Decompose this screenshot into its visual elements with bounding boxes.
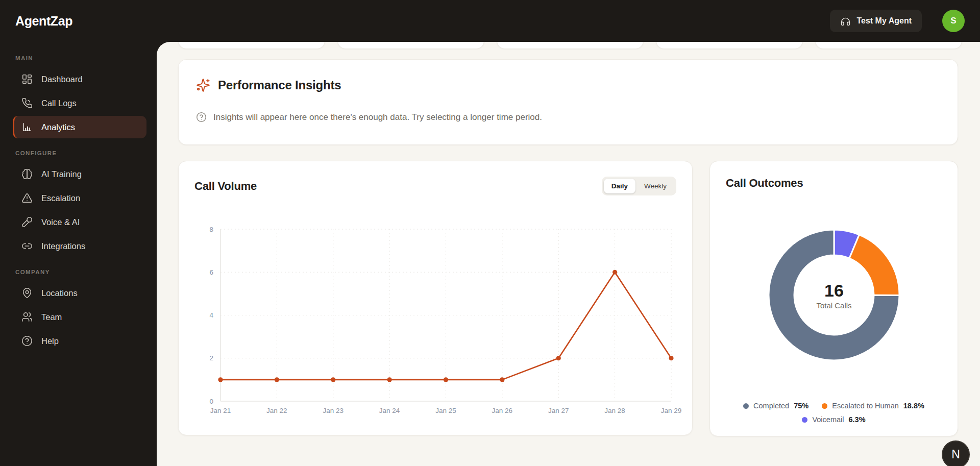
svg-text:0: 0: [209, 398, 213, 405]
sidebar-item-label: AI Training: [41, 169, 82, 179]
sidebar-item-label: Help: [41, 336, 59, 346]
sidebar-item-integrations[interactable]: Integrations: [13, 235, 146, 257]
volume-period-toggle: DailyWeekly: [602, 177, 676, 195]
insights-title: Performance Insights: [218, 78, 341, 92]
svg-text:4: 4: [209, 311, 213, 319]
legend-dot: [743, 403, 749, 409]
main-content: Performance Insights Insights will appea…: [157, 42, 980, 466]
legend-dot: [802, 417, 807, 423]
sidebar-item-label: Dashboard: [41, 75, 83, 84]
legend-label: Escalated to Human: [832, 402, 899, 410]
sidebar-section-label: COMPANY: [0, 259, 157, 280]
sidebar-item-label: Locations: [41, 288, 78, 298]
call-outcomes-legend: Completed75%Escalated to Human18.8%Voice…: [722, 402, 945, 424]
cutoff-stat-card: [656, 42, 803, 49]
insights-message: Insights will appear here once there's e…: [213, 112, 542, 122]
svg-text:Jan 27: Jan 27: [548, 407, 569, 414]
sidebar-item-ai-training[interactable]: AI Training: [13, 163, 146, 185]
sidebar-item-voice-ai[interactable]: Voice & AI: [13, 211, 146, 233]
legend-dot: [822, 403, 827, 409]
cutoff-stat-card: [178, 42, 325, 49]
svg-text:2: 2: [209, 354, 213, 362]
sidebar: MAINDashboardCall LogsAnalyticsCONFIGURE…: [0, 42, 157, 466]
svg-text:Jan 22: Jan 22: [266, 407, 287, 414]
topbar-actions: Test My Agent S: [830, 10, 965, 32]
floating-n-badge[interactable]: N: [942, 440, 970, 466]
toggle-weekly[interactable]: Weekly: [636, 179, 674, 193]
avatar-initial: S: [950, 16, 956, 26]
sidebar-item-escalation[interactable]: Escalation: [13, 187, 146, 209]
call-outcomes-title: Call Outcomes: [726, 177, 803, 190]
call-volume-title: Call Volume: [194, 180, 257, 193]
cutoff-stat-card: [497, 42, 644, 49]
sidebar-item-locations[interactable]: Locations: [13, 282, 146, 304]
svg-text:Jan 28: Jan 28: [604, 407, 625, 414]
svg-text:6: 6: [209, 268, 213, 276]
cutoff-stat-card: [815, 42, 962, 49]
sidebar-item-label: Analytics: [41, 122, 75, 132]
sidebar-section-label: CONFIGURE: [0, 140, 157, 161]
users-icon: [21, 311, 33, 323]
donut-slice-escalated-to-human: [849, 235, 899, 296]
brain-icon: [21, 168, 33, 180]
link-icon: [21, 240, 33, 252]
app-logo: AgentZap: [15, 14, 72, 29]
legend-item-voicemail: Voicemail6.3%: [802, 415, 865, 424]
svg-text:8: 8: [209, 226, 213, 233]
map-pin-icon: [21, 287, 33, 299]
sidebar-item-label: Voice & AI: [41, 217, 80, 227]
sidebar-item-analytics[interactable]: Analytics: [13, 116, 146, 138]
sidebar-section-label: MAIN: [0, 45, 157, 66]
svg-text:Jan 24: Jan 24: [379, 407, 400, 414]
legend-value: 75%: [794, 402, 808, 410]
sidebar-item-label: Team: [41, 312, 62, 322]
call-volume-card: Call Volume DailyWeekly 02468Jan 21Jan 2…: [178, 161, 693, 435]
legend-label: Voicemail: [812, 415, 844, 424]
toggle-daily[interactable]: Daily: [604, 179, 635, 193]
svg-text:Jan 21: Jan 21: [210, 407, 231, 414]
sparkles-icon: [196, 78, 210, 92]
avatar[interactable]: S: [942, 10, 965, 32]
sidebar-item-label: Integrations: [41, 241, 85, 251]
test-my-agent-button[interactable]: Test My Agent: [830, 10, 922, 32]
svg-text:Jan 26: Jan 26: [492, 407, 513, 414]
warning-triangle-icon: [21, 192, 33, 204]
legend-item-escalated-to-human: Escalated to Human18.8%: [822, 402, 924, 410]
microphone-icon: [21, 216, 33, 228]
performance-insights-card: Performance Insights Insights will appea…: [178, 59, 958, 145]
help-circle-icon: [21, 335, 33, 347]
topbar: AgentZap Test My Agent S: [0, 0, 980, 42]
headset-icon: [840, 16, 851, 27]
svg-text:Jan 25: Jan 25: [435, 407, 456, 414]
legend-item-completed: Completed75%: [743, 402, 808, 410]
phone-icon: [21, 97, 33, 109]
call-outcomes-donut: 16 Total Calls: [757, 218, 911, 372]
sidebar-item-help[interactable]: Help: [13, 330, 146, 352]
sidebar-item-dashboard[interactable]: Dashboard: [13, 68, 146, 90]
sidebar-item-label: Escalation: [41, 193, 80, 203]
svg-text:Jan 29: Jan 29: [661, 407, 682, 414]
legend-label: Completed: [753, 402, 789, 410]
test-my-agent-label: Test My Agent: [856, 16, 912, 26]
sidebar-item-team[interactable]: Team: [13, 306, 146, 328]
n-badge-label: N: [951, 448, 960, 461]
donut-chart-svg: [757, 218, 911, 372]
legend-value: 6.3%: [849, 415, 866, 424]
cutoff-stat-card: [337, 42, 484, 49]
legend-value: 18.8%: [903, 402, 924, 410]
sidebar-item-call-logs[interactable]: Call Logs: [13, 92, 146, 114]
bar-chart-icon: [21, 121, 33, 133]
call-volume-line-chart: 02468Jan 21Jan 22Jan 23Jan 24Jan 25Jan 2…: [179, 214, 693, 428]
call-outcomes-card: Call Outcomes 16 Total Calls Completed75…: [709, 161, 958, 436]
help-circle-icon: [196, 112, 207, 122]
svg-text:Jan 23: Jan 23: [323, 407, 344, 414]
dashboard-icon: [21, 73, 33, 85]
sidebar-item-label: Call Logs: [41, 99, 77, 108]
